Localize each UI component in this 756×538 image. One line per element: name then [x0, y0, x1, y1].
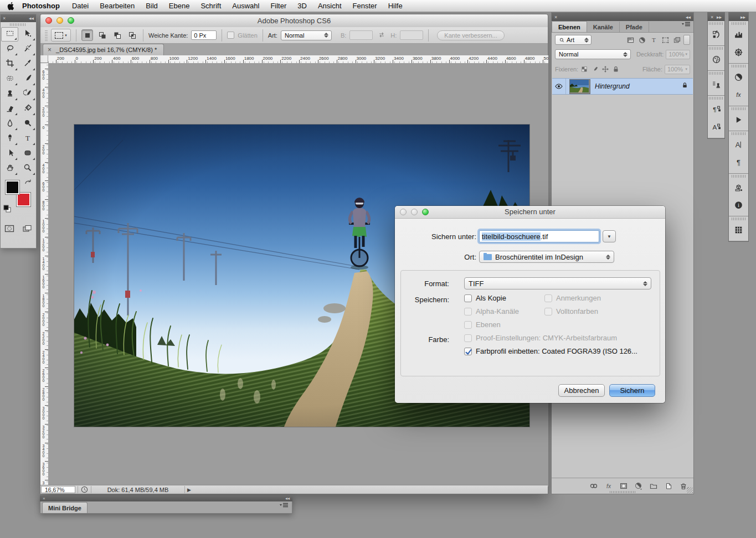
vertical-ruler[interactable]: 6004002000200400600800100012001400160018… [40, 63, 49, 487]
swap-colors-icon[interactable] [24, 178, 33, 189]
lock-position-icon[interactable] [601, 65, 609, 73]
character-panel-icon[interactable]: A [729, 136, 748, 153]
layer-mask-icon[interactable] [619, 482, 628, 490]
lock-all-icon[interactable] [612, 65, 620, 73]
zoom-button[interactable] [422, 209, 429, 215]
document-tab[interactable]: × _DSC4595.jpg bei 16,7% (CMYK/8) * [43, 44, 164, 55]
shape-tool[interactable] [19, 147, 36, 161]
tab-close-icon[interactable]: × [48, 46, 52, 53]
magic-wand-tool[interactable] [19, 42, 36, 56]
close-icon[interactable]: × [3, 15, 6, 21]
expand-dialog-button[interactable]: ▼ [603, 230, 616, 242]
paragraph-styles-panel-icon[interactable]: ¶ [708, 100, 724, 118]
zoom-tool[interactable] [19, 162, 36, 176]
antialias-checkbox[interactable] [227, 32, 234, 39]
layer-style-icon[interactable]: fx [604, 482, 613, 490]
link-layers-icon[interactable] [589, 482, 598, 490]
panel-grip[interactable] [708, 96, 724, 100]
menu-item-ebene[interactable]: Ebene [163, 0, 196, 12]
eraser-tool[interactable] [1, 102, 18, 116]
tab-kanaele[interactable]: Kanäle [587, 22, 620, 32]
new-layer-icon[interactable] [664, 482, 673, 490]
zoom-button[interactable] [68, 17, 74, 24]
background-color-swatch[interactable] [17, 193, 30, 206]
location-select[interactable]: Broschürentitel im InDesign [479, 251, 614, 263]
crop-tool[interactable] [1, 57, 18, 71]
menu-item-fenster[interactable]: Fenster [347, 0, 383, 12]
panel-grip[interactable] [729, 131, 748, 136]
clone-source-panel-icon[interactable] [708, 75, 724, 93]
tab-mini-bridge[interactable]: Mini Bridge [42, 502, 88, 513]
save-button[interactable]: Sichern [609, 384, 655, 397]
actions-panel-icon[interactable] [729, 111, 748, 128]
shape-layer-filter-icon[interactable] [661, 36, 670, 44]
expand-icon[interactable]: ▸▸ [717, 14, 722, 20]
menu-item-photoshop[interactable]: Photoshop [16, 0, 66, 12]
panel-grip[interactable] [729, 216, 748, 221]
filter-toggle[interactable] [683, 35, 690, 45]
rectangular-marquee-tool[interactable] [1, 27, 18, 42]
menu-item-filter[interactable]: Filter [265, 0, 292, 12]
close-icon[interactable]: × [43, 496, 45, 501]
panel-grip[interactable] [708, 46, 724, 50]
pen-tool[interactable] [1, 132, 18, 146]
minimize-button[interactable] [56, 17, 63, 24]
checkbox-als-kopie[interactable]: Als Kopie [464, 294, 506, 302]
layer-visibility-toggle[interactable] [552, 79, 566, 94]
layer-thumbnail[interactable] [569, 79, 590, 94]
selection-mode-intersect-icon[interactable] [126, 29, 138, 41]
panel-grip[interactable] [729, 64, 748, 68]
menu-item-3d[interactable]: 3D [292, 0, 312, 12]
layer-group-icon[interactable] [649, 482, 658, 490]
panel-menu-icon[interactable] [681, 20, 691, 30]
brush-tool[interactable] [19, 72, 36, 86]
expand-icon[interactable]: ▸▸ [740, 14, 745, 20]
zoom-level-field[interactable]: 16,67% [41, 486, 75, 493]
clone-stamp-tool[interactable] [1, 87, 18, 101]
palette-grip[interactable] [1, 22, 36, 27]
menu-item-bild[interactable]: Bild [140, 0, 163, 12]
hand-tool[interactable] [1, 162, 18, 176]
history-brush-tool[interactable] [19, 87, 36, 101]
lasso-tool[interactable] [1, 42, 18, 56]
style-select[interactable]: Normal [281, 30, 332, 40]
checkbox-farbprofil[interactable]: Farbprofil einbetten: Coated FOGRA39 (IS… [464, 347, 637, 355]
lock-transparent-icon[interactable] [580, 65, 588, 73]
screen-mode-icon[interactable] [22, 224, 32, 235]
collapse-icon[interactable]: ◂◂ [29, 15, 34, 21]
blend-mode-select[interactable]: Normal [555, 49, 631, 59]
document-info[interactable]: Dok: 61,4 MB/59,4 MB [94, 487, 182, 493]
foreground-color-swatch[interactable] [6, 180, 19, 194]
panel-grip[interactable] [729, 21, 748, 25]
panel-grip[interactable] [708, 71, 724, 75]
menu-item-hilfe[interactable]: Hilfe [383, 0, 408, 12]
navigator-panel-icon[interactable] [729, 43, 748, 61]
filter-type-select[interactable]: Art [555, 35, 592, 45]
color-panel-icon[interactable] [708, 50, 724, 68]
collapse-icon[interactable]: ◂◂ [285, 496, 290, 501]
format-select[interactable]: TIFF [464, 277, 651, 289]
threed-panel-icon[interactable] [729, 178, 748, 196]
checkbox-box[interactable] [464, 294, 472, 302]
panel-resize-grip[interactable] [687, 487, 693, 493]
layer-name[interactable]: Hintergrund [595, 82, 630, 90]
checkbox-box[interactable] [464, 348, 472, 355]
smart-object-filter-icon[interactable] [673, 36, 681, 44]
selection-mode-subtract-icon[interactable] [111, 29, 123, 41]
dodge-tool[interactable] [19, 117, 36, 131]
path-selection-tool[interactable] [1, 147, 18, 161]
collapse-icon[interactable]: ◂◂ [686, 14, 691, 20]
type-tool[interactable]: T [19, 132, 36, 146]
horizontal-ruler[interactable]: 2000200400600800100012001400160018002000… [48, 55, 548, 64]
move-tool[interactable] [19, 27, 36, 42]
pixel-layer-filter-icon[interactable] [626, 36, 635, 44]
lock-paint-icon[interactable] [591, 65, 599, 73]
selection-mode-add-icon[interactable] [96, 29, 108, 41]
ruler-corner[interactable] [40, 55, 48, 63]
adjustment-layer-filter-icon[interactable] [638, 36, 646, 44]
menu-item-schrift[interactable]: Schrift [195, 0, 227, 12]
cancel-button[interactable]: Abbrechen [558, 384, 605, 397]
menu-item-bearbeiten[interactable]: Bearbeiten [94, 0, 140, 12]
menu-item-auswahl[interactable]: Auswahl [227, 0, 265, 12]
character-styles-panel-icon[interactable]: A [708, 118, 724, 136]
